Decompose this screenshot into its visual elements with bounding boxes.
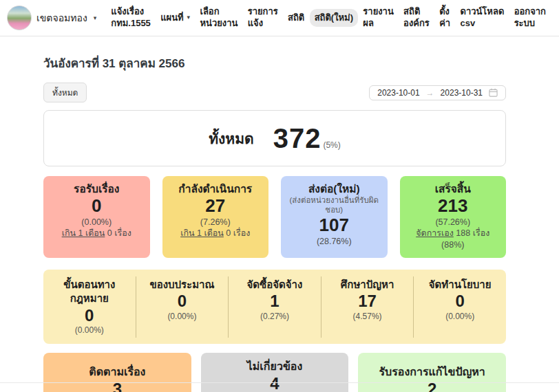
card-value: 0 xyxy=(48,196,146,217)
card-overdue-line: เกิน 1 เดือน 0 เรื่อง xyxy=(48,228,146,239)
card-finished: เสร็จสิ้น 213 (57.26%) จัดการเอง 188 เรื… xyxy=(400,176,507,258)
bottom-card-row: ติดตามเรื่อง 3 (0.81%) ไม่เกี่ยวข้อง 4 (… xyxy=(43,353,506,392)
top-navbar: เขตจอมทอง ▾ แจ้งเรื่อง กทม.1555 แผนที่▾ … xyxy=(0,0,559,36)
nav-item-settings[interactable]: ตั้ง ค่า xyxy=(434,3,455,33)
caret-down-icon: ▾ xyxy=(94,14,97,21)
card-title: กำลังดำเนินการ xyxy=(167,182,265,196)
card-value: 107 xyxy=(285,215,383,236)
calendar-icon[interactable] xyxy=(489,88,498,97)
page-title: วันอังคารที่ 31 ตุลาคม 2566 xyxy=(43,54,506,72)
nav-item-org-stats[interactable]: สถิติ องค์กร xyxy=(399,3,434,33)
card-irrelevant: ไม่เกี่ยวข้อง 4 (1.08%) จัดการเอง 3 เรื่… xyxy=(201,353,349,392)
card-title: ส่งต่อ(ใหม่) xyxy=(285,182,383,196)
card-value: 27 xyxy=(167,196,265,217)
card-title: รอรับเรื่อง xyxy=(48,182,146,196)
card-percent: (57.26%) xyxy=(404,217,503,228)
nav-item-report-1555[interactable]: แจ้งเรื่อง กทม.1555 xyxy=(106,3,156,33)
card-pending: รอรับเรื่อง 0 (0.00%) เกิน 1 เดือน 0 เรื… xyxy=(43,176,150,258)
date-end-field[interactable]: 2023-10-31 xyxy=(441,88,483,98)
process-col-legal: ขั้นตอนทางกฎหมาย 0 (0.00%) xyxy=(43,276,136,338)
org-avatar xyxy=(7,6,32,30)
card-subtitle: (ส่งต่อหน่วยงานอื่นที่รับผิดชอบ) xyxy=(285,196,383,215)
filter-row: ทั้งหมด 2023-10-01 → 2023-10-31 xyxy=(43,83,506,102)
nav-item-logout[interactable]: ออกจาก ระบบ xyxy=(509,3,551,33)
card-in-progress: กำลังดำเนินการ 27 (7.26%) เกิน 1 เดือน 0… xyxy=(162,176,269,258)
card-following: ติดตามเรื่อง 3 (0.81%) xyxy=(43,353,191,392)
main-content: วันอังคารที่ 31 ตุลาคม 2566 ทั้งหมด 2023… xyxy=(43,54,506,392)
process-col-policy: จัดทำนโยบาย 0 (0.00%) xyxy=(414,276,506,338)
card-percent: (7.26%) xyxy=(167,217,265,228)
card-value: 213 xyxy=(404,196,503,217)
total-value: 372 xyxy=(273,123,321,154)
range-arrow-icon: → xyxy=(426,88,434,98)
page-divider xyxy=(0,382,559,383)
nav-item-stats[interactable]: สถิติ xyxy=(283,9,309,28)
nav-item-download-csv[interactable]: ดาวน์โหลด csv xyxy=(455,3,509,33)
all-filter-chip[interactable]: ทั้งหมด xyxy=(43,83,87,102)
card-percent: (28.76%) xyxy=(285,236,383,247)
date-start-field[interactable]: 2023-10-01 xyxy=(377,88,419,98)
nav-item-results-report[interactable]: รายงาน ผล xyxy=(358,3,398,33)
card-overdue-line: เกิน 1 เดือน 0 เรื่อง xyxy=(167,228,265,239)
total-label: ทั้งหมด xyxy=(209,127,253,150)
process-col-study: ศึกษาปัญหา 17 (4.57%) xyxy=(321,276,414,338)
org-dropdown[interactable]: เขตจอมทอง ▾ xyxy=(7,6,96,30)
date-range-picker[interactable]: 2023-10-01 → 2023-10-31 xyxy=(369,85,506,100)
process-col-budget: ของบประมาณ 0 (0.00%) xyxy=(136,276,229,338)
main-nav: แจ้งเรื่อง กทม.1555 แผนที่▾ เลือก หน่วยง… xyxy=(106,3,551,33)
card-title: เสร็จสิ้น xyxy=(404,182,503,196)
self-managed-link[interactable]: จัดการเอง xyxy=(416,228,454,238)
card-certified-fix: รับรองการแก้ไขปัญหา 2 (0.94% ของสถานะเสร… xyxy=(358,353,506,392)
card-self-managed-line: จัดการเอง 188 เรื่อง (88%) xyxy=(404,228,503,251)
total-summary-card: ทั้งหมด 372 (5%) xyxy=(43,110,506,166)
process-breakdown-card: ขั้นตอนทางกฎหมาย 0 (0.00%) ของบประมาณ 0 … xyxy=(43,270,506,344)
caret-down-icon: ▾ xyxy=(187,14,191,22)
nav-item-select-agency[interactable]: เลือก หน่วยงาน xyxy=(195,3,242,33)
nav-item-report-list[interactable]: รายการ แจ้ง xyxy=(243,3,283,33)
org-label: เขตจอมทอง xyxy=(36,10,87,25)
status-card-row: รอรับเรื่อง 0 (0.00%) เกิน 1 เดือน 0 เรื… xyxy=(43,176,506,258)
overdue-link[interactable]: เกิน 1 เดือน xyxy=(180,228,224,238)
overdue-link[interactable]: เกิน 1 เดือน xyxy=(62,228,105,238)
card-percent: (0.00%) xyxy=(48,217,146,228)
process-col-procurement: จัดซื้อจัดจ้าง 1 (0.27%) xyxy=(229,276,321,338)
nav-item-stats-new[interactable]: สถิติ(ใหม่) xyxy=(310,9,358,28)
card-forwarded: ส่งต่อ(ใหม่) (ส่งต่อหน่วยงานอื่นที่รับผิ… xyxy=(281,176,388,258)
nav-item-map[interactable]: แผนที่▾ xyxy=(156,9,195,28)
total-percent: (5%) xyxy=(323,140,340,150)
